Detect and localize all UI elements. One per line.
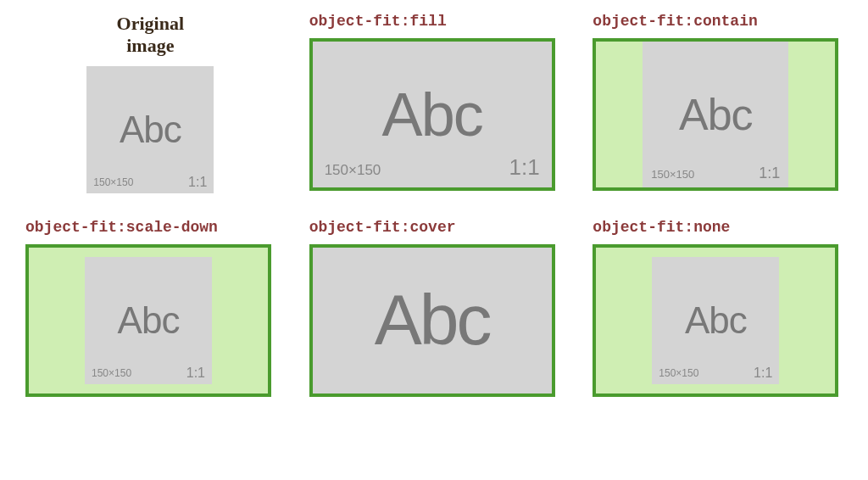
- box-cover: Abc 150×150 1:1: [309, 244, 555, 397]
- label-fill: object-fit:fill: [309, 13, 559, 30]
- box-contain: Abc 150×150 1:1: [593, 38, 838, 191]
- none-image: Abc 150×150 1:1: [652, 257, 779, 384]
- image-dims: 150×150: [651, 168, 694, 181]
- image-text: Abc: [679, 89, 753, 140]
- box-fill: Abc 150×150 1:1: [309, 38, 555, 191]
- contain-image: Abc 150×150 1:1: [643, 42, 788, 187]
- image-dims: 150×150: [659, 367, 698, 379]
- image-text: Abc: [118, 299, 180, 342]
- image-ratio: 1:1: [509, 154, 540, 181]
- image-text: Abc: [382, 80, 482, 149]
- image-ratio: 1:1: [188, 175, 207, 190]
- box-none: Abc 150×150 1:1: [593, 244, 838, 397]
- image-text: Abc: [375, 279, 490, 361]
- cell-original: Originalimage Abc 150×150 1:1: [25, 13, 275, 193]
- image-ratio: 1:1: [759, 165, 780, 182]
- fill-image: Abc 150×150 1:1: [313, 42, 552, 187]
- cell-contain: object-fit:contain Abc 150×150 1:1: [593, 13, 843, 193]
- image-dims: 150×150: [92, 367, 131, 379]
- cell-fill: object-fit:fill Abc 150×150 1:1: [309, 13, 559, 193]
- cell-cover: object-fit:cover Abc 150×150 1:1: [309, 219, 559, 397]
- label-contain: object-fit:contain: [593, 13, 843, 30]
- image-ratio: 1:1: [754, 366, 772, 381]
- image-dims: 150×150: [93, 176, 133, 188]
- title-line: Originalimage: [117, 13, 184, 56]
- label-scale-down: object-fit:scale-down: [25, 219, 275, 236]
- cell-scale-down: object-fit:scale-down Abc 150×150 1:1: [25, 219, 275, 397]
- image-dims: 150×150: [325, 162, 381, 179]
- cell-none: object-fit:none Abc 150×150 1:1: [593, 219, 843, 397]
- image-text: Abc: [120, 109, 181, 151]
- original-holder: Abc 150×150 1:1: [25, 66, 275, 193]
- image-ratio: 1:1: [186, 366, 205, 381]
- image-text: Abc: [685, 299, 747, 342]
- label-cover: object-fit:cover: [309, 219, 559, 236]
- box-scale-down: Abc 150×150 1:1: [25, 244, 271, 397]
- cover-image: Abc 150×150 1:1: [313, 244, 552, 397]
- label-none: object-fit:none: [593, 219, 843, 236]
- example-grid: Originalimage Abc 150×150 1:1 object-fit…: [25, 13, 843, 397]
- original-title: Originalimage: [25, 13, 275, 58]
- original-image: Abc 150×150 1:1: [86, 66, 214, 193]
- scale-down-image: Abc 150×150 1:1: [85, 257, 212, 384]
